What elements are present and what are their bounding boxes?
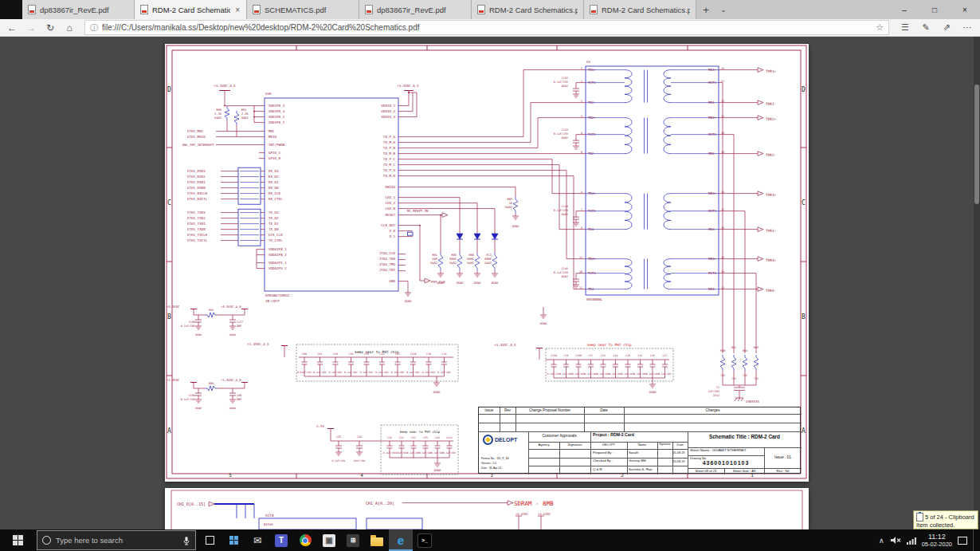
maximize-button[interactable]: □	[919, 0, 950, 19]
schematic-line	[434, 463, 441, 466]
tab[interactable]: dp83867ir_RevE.pdf	[22, 0, 135, 19]
web-note-button[interactable]: ✎	[916, 20, 935, 36]
schematic-line	[423, 441, 429, 458]
tb-customer-approvals: Customer Approvals	[528, 434, 590, 438]
tab[interactable]: RDM-2 Card Schematics.pd	[472, 0, 584, 19]
taskbar-clock[interactable]: 11:12 05-02-2020	[922, 533, 952, 549]
schematic-label: MCT4	[708, 271, 716, 275]
schematic-label: C35	[423, 436, 428, 439]
schematic-label: HX5008NL	[586, 297, 603, 301]
schematic-label: LED_0	[385, 207, 395, 211]
edge-icon: e	[398, 533, 404, 547]
action-center-icon[interactable]	[958, 537, 967, 545]
hidden-icons-chevron[interactable]: ∧	[879, 537, 884, 545]
page-info-icon[interactable]: ⓘ	[90, 22, 98, 33]
schematic-label: C27	[663, 354, 668, 357]
tb-prepared-date: 05-08-19	[673, 451, 685, 455]
schematic-line	[664, 70, 671, 103]
taskbar-app-grid[interactable]	[221, 529, 245, 551]
schematic-label: 0.1uF/16V	[584, 372, 597, 376]
network-icon[interactable]	[907, 537, 916, 545]
schematic-label: C143	[562, 128, 568, 132]
new-tab-button[interactable]: +	[696, 0, 715, 19]
home-button[interactable]: ⌂	[61, 20, 78, 36]
taskbar-app-photos[interactable]: ▣	[317, 529, 341, 551]
taskbar-app-chrome[interactable]	[293, 529, 317, 551]
windows-logo-icon	[13, 535, 23, 545]
volume-muted-icon[interactable]	[890, 536, 901, 545]
more-button[interactable]: ⋯	[958, 20, 977, 36]
close-button[interactable]: ×	[950, 0, 980, 19]
schematic-symbol	[758, 100, 763, 105]
start-button[interactable]	[0, 529, 35, 551]
schematic-line	[719, 274, 756, 353]
tb-col-rev: Rev	[500, 409, 515, 413]
taskbar-file-explorer[interactable]	[365, 529, 389, 551]
tab-close-button[interactable]: ×	[234, 6, 241, 14]
schematic-line	[492, 253, 497, 270]
schematic-line	[743, 355, 747, 371]
title-block-rule	[528, 449, 688, 450]
schematic-line	[447, 441, 453, 458]
schematic-label: 10uF/16V	[396, 451, 408, 455]
schematic-label: 6	[581, 151, 582, 154]
back-button[interactable]: ←	[3, 20, 21, 36]
schematic-label: 0.1uF/16V	[646, 372, 659, 376]
schematic-label: JTAG_TMS	[379, 262, 396, 266]
tab[interactable]: dp83867ir_RevE.pdf	[359, 0, 472, 19]
minimize-button[interactable]: –	[889, 0, 919, 19]
tab[interactable]: SCHEMATICS.pdf	[247, 0, 359, 19]
junction-dot	[253, 116, 255, 118]
url-text[interactable]: file:///C:/Users/manikala.ss/Desktop/new…	[102, 23, 872, 32]
schematic-label: +1.3VDC_A_E	[221, 378, 241, 382]
schematic-symbol	[474, 234, 480, 239]
schematic-label: R88	[209, 309, 214, 312]
show-desktop-button[interactable]	[973, 529, 978, 551]
tab-menu-chevron-icon[interactable]: ⌄	[715, 0, 731, 19]
schematic-label: TD_P_B	[383, 146, 396, 150]
schematic-label: 17	[721, 208, 724, 211]
tab[interactable]: RDM-2 Card Schematics.pd	[584, 0, 696, 19]
taskbar-search[interactable]: Type here to search	[37, 530, 196, 550]
tab[interactable]: RDM-2 Card Schematic×	[135, 0, 247, 19]
taskbar-app-terminal[interactable]: >_	[413, 529, 437, 551]
clipboard-toast[interactable]: 5 of 24 - Clipboard Item collected.	[913, 510, 978, 529]
schematic-label: C19	[442, 352, 447, 356]
set-aside-tabs-button[interactable]	[0, 0, 22, 19]
taskbar-app-edge[interactable]: e	[389, 529, 413, 551]
schematic-label: ETH1_RXD2	[187, 175, 206, 179]
schematic-line	[573, 211, 586, 223]
scrollbar[interactable]	[974, 37, 980, 529]
schematic-label: 16	[721, 226, 724, 230]
schematic-label: TCT2	[588, 132, 596, 136]
schematic-label: TDR4-	[766, 289, 776, 293]
taskbar-app-mail[interactable]: ✉	[245, 529, 269, 551]
schematic-label: TD_M_C	[383, 163, 396, 167]
refresh-button[interactable]: ↻	[41, 20, 59, 36]
schematic-label: 0.1uF/16V	[375, 371, 388, 374]
schematic-label: keep near to PHY chip	[400, 430, 441, 434]
mic-icon[interactable]	[182, 536, 190, 545]
taskbar-app-calculator[interactable]: ⊞	[341, 529, 365, 551]
task-view-button[interactable]	[198, 529, 221, 551]
schematic-label: TDR3-	[766, 229, 776, 233]
tb-agency: Agency	[528, 443, 559, 447]
taskbar-app-teams[interactable]: T	[269, 529, 293, 551]
schematic-symbol	[492, 234, 498, 239]
forward-button[interactable]: →	[22, 20, 40, 36]
schematic-symbol	[758, 152, 763, 156]
scrollbar-thumb[interactable]	[974, 85, 979, 204]
add-favorite-icon[interactable]: ☆	[876, 22, 884, 33]
address-bar[interactable]: ⓘ file:///C:/Users/manikala.ss/Desktop/n…	[84, 20, 889, 35]
tab-title: dp83867ir_RevE.pdf	[40, 6, 128, 14]
schematic-line	[719, 70, 758, 103]
schematic-label: VDDIO_3	[381, 115, 395, 119]
junction-dot	[440, 214, 441, 216]
schematic-line	[205, 386, 218, 391]
schematic-label: 24	[721, 67, 724, 70]
hub-button[interactable]: ☰	[896, 20, 915, 36]
share-button[interactable]: ⇗	[937, 20, 956, 36]
browser-window: dp83867ir_RevE.pdfRDM-2 Card Schematic×S…	[0, 0, 980, 551]
schematic-label: TD3+	[588, 191, 596, 195]
tb-sig-col: Signature	[657, 443, 672, 447]
